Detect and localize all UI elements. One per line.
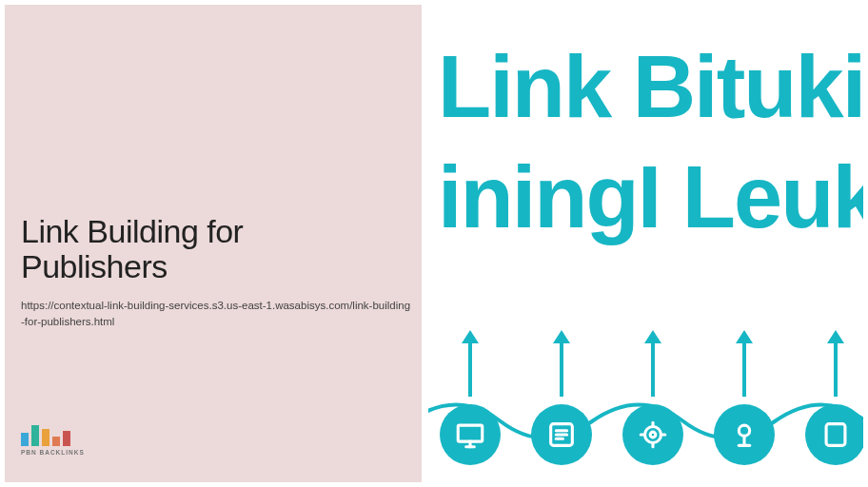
graphic-headline-line-2: iningI Leukits — [438, 147, 863, 247]
brand-logo-bars-icon — [21, 421, 88, 446]
svg-rect-16 — [826, 424, 845, 446]
page-title: Link Building for Publishers — [21, 214, 354, 285]
arrow-up-icon — [736, 330, 753, 397]
pin-icon — [714, 404, 775, 465]
source-url-text: https://contextual-link-building-service… — [21, 298, 411, 329]
svg-point-7 — [645, 427, 661, 443]
arrow-up-icon — [827, 330, 844, 397]
arrow-up-icon — [462, 330, 479, 397]
arrow-up-icon — [644, 330, 661, 397]
monitor-icon — [440, 404, 501, 465]
canvas: Link Building for Publishers https://con… — [0, 0, 868, 487]
left-panel: Link Building for Publishers https://con… — [5, 5, 422, 482]
brand-logo: PBN BACKLINKS — [21, 421, 88, 456]
icon-chain-graphic — [428, 282, 863, 482]
svg-point-8 — [650, 432, 656, 438]
svg-rect-0 — [458, 425, 483, 441]
arrow-up-icon — [553, 330, 570, 397]
right-graphic-panel: Link Bituking iningI Leukits — [428, 5, 863, 482]
document-icon — [805, 404, 863, 465]
svg-point-13 — [739, 425, 749, 436]
list-icon — [531, 404, 592, 465]
graphic-headline-line-1: Link Bituking — [438, 37, 863, 137]
gear-icon — [622, 404, 683, 465]
brand-logo-caption: PBN BACKLINKS — [21, 449, 88, 456]
